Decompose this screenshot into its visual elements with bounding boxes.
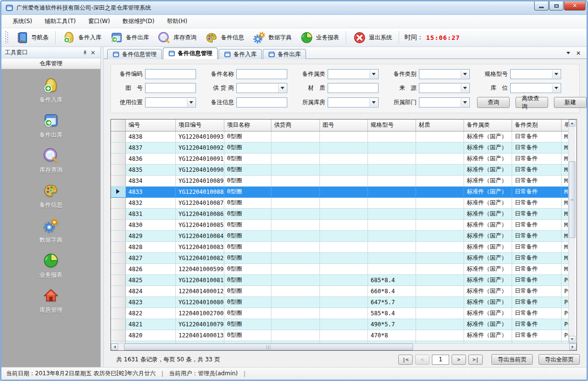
grid-cell[interactable] bbox=[319, 197, 368, 208]
grid-cell[interactable]: PC bbox=[561, 330, 568, 341]
next-page-button[interactable]: > bbox=[452, 355, 466, 365]
grid-cell[interactable]: 0型圈 bbox=[224, 230, 271, 241]
sidebar-item-data-dict[interactable]: 数据字典 bbox=[39, 217, 62, 244]
grid-cell[interactable] bbox=[319, 230, 368, 241]
grid-cell[interactable]: YG12204010092 bbox=[175, 142, 224, 153]
grid-cell[interactable] bbox=[271, 175, 319, 186]
grid-cell[interactable]: 标准件（国产） bbox=[464, 274, 512, 286]
grid-cell[interactable]: 标准件（国产） bbox=[464, 131, 512, 142]
grid-cell[interactable]: 日常备件 bbox=[512, 142, 561, 153]
grid-cell[interactable]: 0型圈 bbox=[224, 241, 271, 252]
grid-cell[interactable]: 标准件（国产） bbox=[464, 263, 512, 274]
search-select[interactable] bbox=[236, 83, 287, 93]
grid-cell[interactable]: 0型圈 bbox=[224, 153, 271, 164]
grid-cell[interactable] bbox=[271, 330, 319, 341]
grid-cell[interactable]: 日常备件 bbox=[512, 330, 561, 341]
vertical-scrollbar[interactable]: ≡ bbox=[568, 119, 576, 343]
row-selector-cell[interactable] bbox=[111, 252, 125, 263]
grid-cell[interactable]: 4834 bbox=[125, 175, 175, 186]
toolbar-button-report[interactable]: 业务报表 bbox=[296, 30, 343, 46]
grid-cell[interactable]: 490*5.7 bbox=[368, 319, 416, 330]
row-selector-cell[interactable] bbox=[111, 175, 125, 186]
grid-cell[interactable] bbox=[271, 297, 319, 308]
search-select[interactable] bbox=[419, 69, 470, 79]
grid-cell[interactable] bbox=[319, 131, 368, 142]
toolbar-grip[interactable] bbox=[5, 31, 8, 44]
sidebar-item-stock-out[interactable]: 备件出库 bbox=[39, 112, 62, 139]
row-selector-cell[interactable] bbox=[111, 286, 125, 297]
search-select[interactable] bbox=[328, 69, 379, 79]
column-header-6[interactable]: 材质 bbox=[416, 119, 464, 131]
grid-cell[interactable]: 标准件（国产） bbox=[464, 175, 512, 186]
export-current-page-button[interactable]: 导出当前页 bbox=[491, 354, 533, 365]
tab-3[interactable]: 备件出库 bbox=[263, 49, 306, 59]
grid-cell[interactable]: 标准件（国产） bbox=[464, 219, 512, 230]
toolbar-button-stock-out[interactable]: 备件出库 bbox=[106, 30, 153, 46]
search-select[interactable] bbox=[145, 97, 196, 107]
grid-cell[interactable]: 4837 bbox=[125, 142, 175, 153]
grid-cell[interactable] bbox=[416, 252, 464, 263]
grid-cell[interactable] bbox=[368, 241, 416, 252]
grid-cell[interactable] bbox=[319, 175, 368, 186]
grid-cell[interactable]: 标准件（国产） bbox=[464, 197, 512, 208]
grid-cell[interactable]: 标准件（国产） bbox=[464, 319, 512, 330]
row-selector-cell[interactable] bbox=[111, 131, 125, 142]
grid-cell[interactable]: 1220401400012 bbox=[175, 286, 224, 297]
advanced-query-button[interactable]: 高级查询 bbox=[515, 97, 548, 108]
row-selector-cell[interactable] bbox=[111, 142, 125, 153]
grid-cell[interactable]: 4836 bbox=[125, 153, 175, 164]
grid-cell[interactable] bbox=[319, 208, 368, 219]
grid-cell[interactable]: 标准件（国产） bbox=[464, 241, 512, 252]
grid-cell[interactable] bbox=[416, 175, 464, 186]
grid-cell[interactable]: PC bbox=[561, 286, 568, 297]
search-select[interactable] bbox=[419, 97, 470, 107]
row-selector-cell[interactable] bbox=[111, 197, 125, 208]
column-header-3[interactable]: 供货商 bbox=[271, 119, 319, 131]
grid-cell[interactable]: 4826 bbox=[125, 263, 175, 274]
page-number-input[interactable] bbox=[432, 355, 449, 365]
grid-cell[interactable]: 4829 bbox=[125, 230, 175, 241]
close-button[interactable]: ✕ bbox=[564, 1, 586, 11]
row-selector-cell[interactable] bbox=[111, 153, 125, 164]
grid-cell[interactable]: 685*8.4 bbox=[368, 274, 416, 286]
grid-cell[interactable]: 日常备件 bbox=[512, 175, 561, 186]
grid-cell[interactable] bbox=[416, 186, 464, 197]
grid-cell[interactable] bbox=[271, 341, 319, 343]
grid-cell[interactable]: 日常备件 bbox=[512, 263, 561, 274]
grid-cell[interactable]: 0型圈 bbox=[224, 186, 271, 197]
grid-cell[interactable]: 日常备件 bbox=[512, 274, 561, 286]
grid-cell[interactable] bbox=[271, 142, 319, 153]
grid-cell[interactable] bbox=[319, 286, 368, 297]
tab-0[interactable]: 备件信息管理 bbox=[107, 49, 162, 59]
row-selector-cell[interactable] bbox=[111, 219, 125, 230]
sidebar-item-stock-query[interactable]: 库存查询 bbox=[39, 147, 62, 174]
grid-cell[interactable] bbox=[416, 341, 464, 343]
grid-cell[interactable] bbox=[319, 186, 368, 197]
grid-cell[interactable]: 0型圈 bbox=[224, 142, 271, 153]
grid-cell[interactable]: 1220401400013 bbox=[175, 330, 224, 341]
grid-cell[interactable]: 日常备件 bbox=[512, 341, 561, 343]
grid-cell[interactable]: 4821 bbox=[125, 319, 175, 330]
grid-cell[interactable] bbox=[368, 131, 416, 142]
grid-cell[interactable]: 标准件（国产） bbox=[464, 308, 512, 319]
grid-cell[interactable]: 4832 bbox=[125, 197, 175, 208]
prev-page-button[interactable]: < bbox=[415, 355, 429, 365]
row-selector-cell[interactable] bbox=[111, 230, 125, 241]
grid-cell[interactable] bbox=[271, 319, 319, 330]
grid-cell[interactable]: 标准件（国产） bbox=[464, 208, 512, 219]
grid-cell[interactable]: 0型圈 bbox=[224, 131, 271, 142]
grid-cell[interactable]: 4828 bbox=[125, 241, 175, 252]
grid-cell[interactable] bbox=[368, 164, 416, 175]
column-header-4[interactable]: 图号 bbox=[319, 119, 368, 131]
column-header-8[interactable]: 备件类别 bbox=[512, 119, 561, 131]
grid-cell[interactable] bbox=[271, 263, 319, 274]
grid-cell[interactable] bbox=[368, 219, 416, 230]
sidebar-close-icon[interactable]: ✕ bbox=[89, 49, 97, 57]
grid-cell[interactable]: M bbox=[561, 186, 568, 197]
grid-cell[interactable] bbox=[271, 308, 319, 319]
grid-cell[interactable]: YG12204010081 bbox=[175, 274, 224, 286]
tab-1[interactable]: 备件信息管理 bbox=[163, 48, 218, 59]
grid-cell[interactable] bbox=[368, 175, 416, 186]
toolbar-button-navbar[interactable]: 导航条 bbox=[11, 30, 53, 46]
search-text-input[interactable] bbox=[328, 83, 379, 93]
